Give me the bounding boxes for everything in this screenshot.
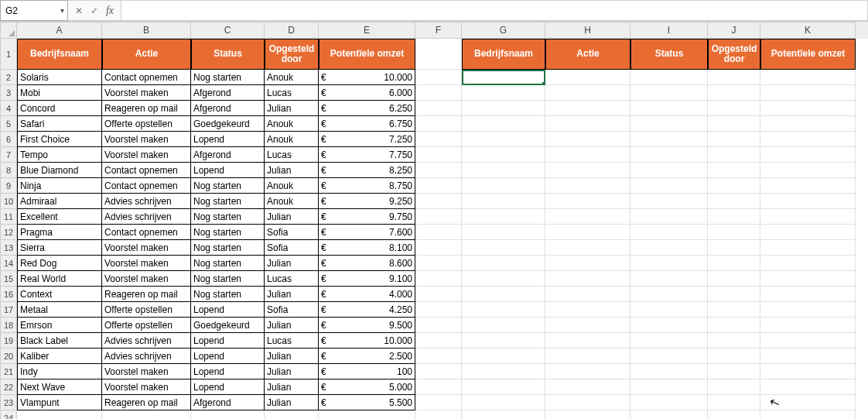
empty-cell[interactable] <box>708 194 760 209</box>
empty-cell[interactable] <box>760 194 856 209</box>
data-cell[interactable]: €6.250 <box>319 101 415 116</box>
data-cell[interactable]: €10.000 <box>319 333 415 349</box>
data-cell[interactable]: Lopend <box>191 163 265 178</box>
row-header-12[interactable]: 12 <box>0 225 17 240</box>
data-cell[interactable]: Julian <box>265 380 319 395</box>
row-header-22[interactable]: 22 <box>0 380 17 395</box>
table-header[interactable]: Potentïele omzet <box>319 39 415 70</box>
data-cell[interactable]: Real World <box>17 271 102 287</box>
empty-cell[interactable] <box>760 101 856 116</box>
row-header-17[interactable]: 17 <box>0 302 17 318</box>
empty-cell[interactable] <box>415 85 462 101</box>
data-cell[interactable]: Nog starten <box>191 194 265 209</box>
data-cell[interactable]: €8.250 <box>319 163 415 178</box>
row-header-2[interactable]: 2 <box>0 70 17 85</box>
empty-cell[interactable] <box>462 225 545 240</box>
data-cell[interactable]: Julian <box>265 101 319 116</box>
empty-cell[interactable] <box>708 318 760 333</box>
table-header[interactable]: Actie <box>102 39 191 70</box>
row-header-4[interactable]: 4 <box>0 101 17 116</box>
column-header-K[interactable]: K <box>760 22 856 39</box>
empty-cell[interactable] <box>545 194 630 209</box>
data-cell[interactable]: Emrson <box>17 318 102 333</box>
row-header-6[interactable]: 6 <box>0 132 17 147</box>
empty-cell[interactable] <box>415 132 462 147</box>
empty-cell[interactable] <box>708 302 760 318</box>
data-cell[interactable]: €9.750 <box>319 209 415 225</box>
table-header[interactable]: Status <box>191 39 265 70</box>
row-header-19[interactable]: 19 <box>0 333 17 349</box>
data-cell[interactable]: €8.750 <box>319 178 415 194</box>
formula-input[interactable] <box>121 0 868 21</box>
data-cell[interactable]: Offerte opstellen <box>102 302 191 318</box>
empty-cell[interactable] <box>630 147 708 163</box>
empty-cell[interactable] <box>630 349 708 364</box>
empty-cell[interactable] <box>415 410 462 419</box>
data-cell[interactable]: Ninja <box>17 178 102 194</box>
empty-cell[interactable] <box>545 256 630 271</box>
data-cell[interactable]: Lucas <box>265 271 319 287</box>
empty-cell[interactable] <box>415 147 462 163</box>
data-cell[interactable]: Lucas <box>265 147 319 163</box>
empty-cell[interactable] <box>415 70 462 85</box>
empty-cell[interactable] <box>415 116 462 132</box>
data-cell[interactable]: Goedgekeurd <box>191 116 265 132</box>
empty-cell[interactable] <box>545 364 630 380</box>
grid[interactable]: BedrijfsnaamActieStatusOpgesteld doorPot… <box>17 39 868 419</box>
empty-cell[interactable] <box>708 380 760 395</box>
data-cell[interactable]: €2.500 <box>319 349 415 364</box>
empty-cell[interactable] <box>462 163 545 178</box>
data-cell[interactable]: Red Dog <box>17 256 102 271</box>
empty-cell[interactable] <box>630 178 708 194</box>
data-cell[interactable]: Julian <box>265 163 319 178</box>
empty-cell[interactable] <box>760 380 856 395</box>
empty-cell[interactable] <box>415 240 462 256</box>
empty-cell[interactable] <box>462 349 545 364</box>
empty-cell[interactable] <box>630 163 708 178</box>
data-cell[interactable]: Nog starten <box>191 240 265 256</box>
data-cell[interactable]: Contact opnemen <box>102 178 191 194</box>
empty-cell[interactable] <box>708 116 760 132</box>
chevron-down-icon[interactable]: ▾ <box>60 6 64 15</box>
empty-cell[interactable] <box>545 349 630 364</box>
data-cell[interactable]: Afgerond <box>191 147 265 163</box>
empty-cell[interactable] <box>545 147 630 163</box>
empty-cell[interactable] <box>760 333 856 349</box>
data-cell[interactable]: Sofia <box>265 240 319 256</box>
empty-cell[interactable] <box>708 287 760 302</box>
empty-cell[interactable] <box>462 333 545 349</box>
empty-cell[interactable] <box>462 116 545 132</box>
empty-cell[interactable] <box>630 132 708 147</box>
data-cell[interactable]: Goedgekeurd <box>191 318 265 333</box>
table-header[interactable]: Potentïele omzet <box>760 39 856 70</box>
empty-cell[interactable] <box>708 147 760 163</box>
data-cell[interactable]: Offerte opstellen <box>102 318 191 333</box>
empty-cell[interactable] <box>415 271 462 287</box>
empty-cell[interactable] <box>630 116 708 132</box>
empty-cell[interactable] <box>630 271 708 287</box>
empty-cell[interactable] <box>760 163 856 178</box>
empty-cell[interactable] <box>630 395 708 410</box>
data-cell[interactable]: Offerte opstellen <box>102 116 191 132</box>
empty-cell[interactable] <box>415 209 462 225</box>
empty-cell[interactable] <box>462 132 545 147</box>
empty-cell[interactable] <box>415 101 462 116</box>
empty-cell[interactable] <box>462 209 545 225</box>
data-cell[interactable]: Mobi <box>17 85 102 101</box>
data-cell[interactable]: Afgerond <box>191 395 265 410</box>
empty-cell[interactable] <box>545 271 630 287</box>
data-cell[interactable]: Nog starten <box>191 178 265 194</box>
empty-cell[interactable] <box>415 364 462 380</box>
empty-cell[interactable] <box>462 101 545 116</box>
empty-cell[interactable] <box>760 147 856 163</box>
empty-cell[interactable] <box>630 240 708 256</box>
empty-cell[interactable] <box>760 364 856 380</box>
empty-cell[interactable] <box>545 333 630 349</box>
empty-cell[interactable] <box>760 70 856 85</box>
empty-cell[interactable] <box>462 318 545 333</box>
empty-cell[interactable] <box>545 395 630 410</box>
data-cell[interactable]: Advies schrijven <box>102 333 191 349</box>
data-cell[interactable]: €9.250 <box>319 194 415 209</box>
empty-cell[interactable] <box>630 364 708 380</box>
data-cell[interactable]: Nog starten <box>191 209 265 225</box>
